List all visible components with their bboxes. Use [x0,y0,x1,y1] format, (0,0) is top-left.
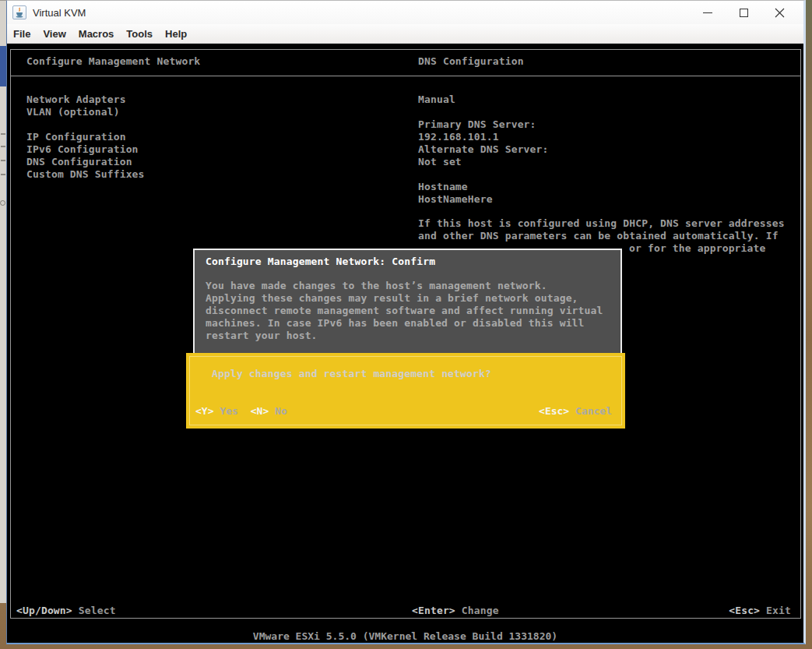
minimize-icon [703,12,712,13]
hotkey-yes: <Y> Yes [195,405,238,418]
hotkey-cancel: <Esc> Cancel [539,405,612,418]
confirm-dialog: Configure Management Network: Confirm Yo… [193,249,622,353]
confirm-dialog-warning-panel: Apply changes and restart management net… [186,353,625,429]
menu-bar: File View Macros Tools Help [7,24,803,44]
esxi-console-screen[interactable]: Configure Management Network DNS Configu… [7,44,803,643]
dhcp-note-line3-fragment: or for the appropriate [629,242,766,255]
hotkey-no: <N> No [251,405,287,418]
menu-help[interactable]: Help [165,28,187,40]
alternate-dns-label: Alternate DNS Server: [418,143,549,156]
menu-item-custom-dns-suffixes: Custom DNS Suffixes [26,168,145,181]
dns-mode: Manual [418,93,455,106]
menu-view[interactable]: View [43,28,65,40]
background-window-edge [0,0,6,603]
dialog-body-line2: Applying these changes may result in a b… [206,292,578,305]
virtual-kvm-window: Virtual KVM File View Macros Tools Help … [6,0,806,644]
background-window-highlight [0,46,6,86]
dialog-body-line4: machines. In case IPv6 has been enabled … [206,317,585,330]
hostname-label: Hostname [418,181,468,193]
menu-file[interactable]: File [13,28,30,40]
right-panel-title: DNS Configuration [418,55,524,68]
background-window-icon [0,200,5,206]
dialog-body-line3: disconnect remote management software an… [206,305,603,317]
maximize-button[interactable] [726,2,761,23]
confirm-dialog-title: Configure Management Network: Confirm [206,256,435,268]
dhcp-note-line1: If this host is configured using DHCP, D… [418,217,785,230]
maximize-icon [740,9,748,17]
menu-macros[interactable]: Macros [79,28,114,40]
hostname-value: HostNameHere [418,193,493,206]
primary-dns-value: 192.168.101.1 [418,131,499,143]
dialog-body-line1: You have made changes to the host’s mana… [206,280,547,292]
left-panel-title: Configure Management Network [26,55,200,68]
java-coffee-cup-icon [12,5,26,19]
dialog-body-line5: restart your host. [206,330,318,342]
primary-dns-label: Primary DNS Server: [418,118,536,131]
title-bar: Virtual KVM [7,1,803,24]
footer-hotkey-select: <Up/Down> Select [16,605,116,617]
confirm-prompt: Apply changes and restart management net… [212,368,491,380]
menu-tools[interactable]: Tools [126,28,153,40]
version-bar: VMware ESXi 5.5.0 (VMKernel Release Buil… [7,629,803,643]
menu-item-network-adapters: Network Adapters [26,93,126,106]
menu-item-vlan: VLAN (optional) [26,106,120,118]
close-button[interactable] [761,2,797,23]
esxi-version-text: VMware ESXi 5.5.0 (VMKernel Release Buil… [253,630,557,642]
minimize-button[interactable] [690,2,726,23]
alternate-dns-value: Not set [418,156,462,168]
window-title: Virtual KVM [33,7,86,19]
footer-hotkey-exit: <Esc> Exit [729,605,791,617]
menu-item-ip-configuration: IP Configuration [26,131,126,143]
menu-item-ipv6-configuration: IPv6 Configuration [26,143,139,156]
header-separator [11,76,800,76]
menu-item-dns-configuration: DNS Configuration [26,156,132,168]
footer-hotkey-change: <Enter> Change [412,605,499,617]
dhcp-note-line2: and other DNS parameters can be obtained… [418,230,779,242]
close-icon [775,8,785,18]
